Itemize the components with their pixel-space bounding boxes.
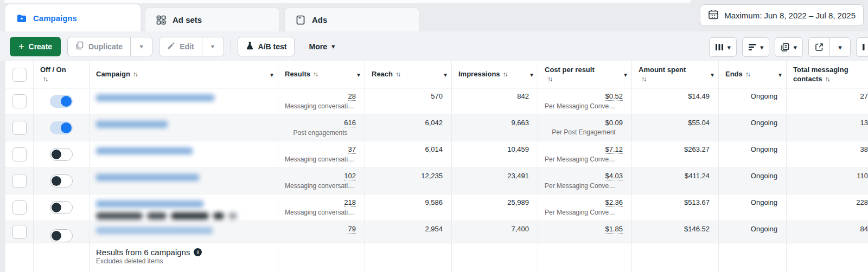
row-checkbox[interactable]: [12, 225, 27, 239]
export-button[interactable]: [809, 38, 829, 56]
campaign-toggle[interactable]: [50, 229, 73, 242]
select-all-checkbox[interactable]: [12, 68, 27, 82]
reach-value: 570: [431, 92, 443, 100]
campaign-name-redacted[interactable]: [96, 121, 168, 128]
campaign-name-redacted[interactable]: [96, 227, 213, 234]
contacts-value: 38: [860, 145, 868, 153]
ends-value: Ongoing: [751, 198, 777, 206]
results-value: 28: [348, 92, 356, 101]
results-value: 79: [348, 225, 356, 234]
chevron-down-icon[interactable]: ▾: [530, 70, 533, 79]
tab-campaigns[interactable]: Campaigns: [5, 4, 141, 31]
toolbar-divider: [231, 39, 231, 54]
campaign-name-redacted[interactable]: [96, 147, 193, 154]
cost-type-label: Per Post Engagement: [545, 128, 623, 136]
cost-per-result-value: $2.36: [605, 198, 623, 207]
campaign-name-redacted[interactable]: [96, 200, 203, 208]
results-value: 102: [344, 172, 356, 180]
calendar-icon: [708, 9, 719, 22]
impressions-value: 7,400: [511, 225, 529, 233]
columns-button[interactable]: ▾: [709, 37, 737, 57]
cost-per-result-value: $7.12: [605, 145, 623, 154]
chevron-down-icon[interactable]: ▾: [624, 70, 627, 79]
row-checkbox[interactable]: [12, 94, 27, 108]
impressions-value: 10,459: [507, 145, 529, 153]
campaign-toggle[interactable]: [50, 201, 73, 214]
edit-split-button: Edit ▾: [159, 37, 224, 56]
reports-button[interactable]: ▾: [775, 37, 803, 57]
impressions-value: 25,989: [507, 198, 529, 206]
header-off-on[interactable]: Off / On↑↓: [34, 61, 90, 88]
campaign-badges-redacted: [96, 212, 269, 219]
campaign-toggle[interactable]: [50, 174, 73, 187]
results-type-label: Messaging conversati…: [285, 209, 356, 216]
date-range-picker[interactable]: Maximum: Jun 8, 2022 – Jul 8, 2025: [700, 4, 864, 26]
chevron-down-icon: ▾: [760, 44, 764, 51]
sort-icon: ↑↓: [547, 75, 552, 83]
export-dropdown-button[interactable]: ▾: [829, 38, 850, 56]
ends-value: Ongoing: [751, 172, 777, 180]
campaign-name-redacted[interactable]: [96, 94, 214, 101]
results-summary: Results from 6 campaigns: [96, 248, 190, 257]
duplicate-dropdown-button[interactable]: ▾: [130, 37, 152, 56]
create-button[interactable]: + Create: [10, 37, 61, 56]
cost-per-result-value: $4.03: [605, 172, 623, 180]
ads-page-icon: [295, 14, 307, 26]
sort-icon: ↑↓: [641, 75, 646, 83]
breakdown-button[interactable]: ▾: [742, 37, 770, 57]
campaign-toggle[interactable]: [50, 121, 73, 134]
results-type-label: Messaging conversati…: [285, 102, 356, 110]
header-label: Cost per result: [545, 66, 595, 74]
excludes-note: Excludes deleted items: [96, 257, 163, 265]
ab-test-button[interactable]: A/B test: [238, 37, 295, 56]
charts-button-partial[interactable]: [856, 37, 868, 57]
cost-type-label: Per Messaging Conve…: [545, 102, 623, 110]
header-results[interactable]: Results↑↓ ▾: [278, 61, 365, 88]
contacts-value: 27: [860, 92, 868, 100]
more-button[interactable]: More ▾: [304, 37, 339, 56]
table-row: 79 2,954 7,400 $1.85 $146.52 Ongoing 84: [5, 221, 868, 243]
tab-ad-sets[interactable]: Ad sets: [145, 8, 280, 31]
edit-button[interactable]: Edit: [159, 37, 201, 56]
sort-icon: ↑↓: [313, 70, 317, 78]
sort-icon: ↑↓: [43, 75, 47, 83]
table-row: 28Messaging conversati… 570 842 $0.52Per…: [5, 88, 868, 115]
chevron-down-icon[interactable]: ▾: [357, 70, 360, 79]
campaign-toggle[interactable]: [50, 95, 73, 108]
view-tools: ▾ ▾ ▾ ▾: [709, 37, 868, 57]
date-range-label: Maximum: Jun 8, 2022 – Jul 8, 2025: [724, 11, 856, 20]
reach-value: 9,586: [425, 198, 443, 206]
tab-ads[interactable]: Ads: [284, 8, 419, 31]
columns-icon: [715, 43, 724, 51]
header-ends[interactable]: Ends↑↓ ▾: [719, 61, 787, 88]
header-reach[interactable]: Reach↑↓ ▾: [365, 61, 452, 88]
row-checkbox[interactable]: [12, 174, 27, 188]
header-total-messaging-contacts[interactable]: Total messaging contacts↑↓ ▾: [787, 61, 868, 88]
chevron-down-icon[interactable]: ▾: [270, 70, 273, 79]
header-impressions[interactable]: Impressions↑↓ ▾: [452, 61, 538, 88]
edit-dropdown-button[interactable]: ▾: [202, 37, 224, 56]
header-cost-per-result[interactable]: Cost per result↑↓ ▾: [538, 61, 632, 88]
campaign-name-redacted[interactable]: [96, 174, 199, 181]
amount-spent-value: $411.24: [685, 172, 710, 180]
duplicate-button[interactable]: Duplicate: [68, 37, 130, 56]
header-campaign[interactable]: Campaign↑↓ ▾: [90, 61, 278, 88]
results-type-label: Post engagements: [285, 129, 356, 137]
toggle-knob: [61, 96, 72, 107]
chevron-down-icon[interactable]: ▾: [778, 70, 782, 79]
row-checkbox[interactable]: [12, 121, 27, 135]
sort-icon: ↑↓: [503, 70, 507, 78]
campaign-toggle[interactable]: [50, 148, 73, 161]
chevron-down-icon[interactable]: ▾: [444, 70, 447, 79]
contacts-value: 13: [860, 119, 868, 127]
header-amount-spent[interactable]: Amount spent↑↓ ▾: [632, 61, 719, 88]
row-checkbox[interactable]: [12, 147, 27, 161]
row-checkbox[interactable]: [12, 200, 27, 215]
table-row: 616Post engagements 6,042 9,663 $0.09Per…: [5, 115, 868, 141]
table-row: 218Messaging conversati… 9,586 25,989 $2…: [5, 195, 868, 221]
chevron-down-icon[interactable]: ▾: [711, 70, 714, 79]
header-label: Results: [285, 70, 310, 78]
info-icon[interactable]: i: [194, 248, 202, 256]
cost-type-label: Per Messaging Conve…: [545, 156, 623, 163]
amount-spent-value: $513.67: [684, 198, 710, 206]
